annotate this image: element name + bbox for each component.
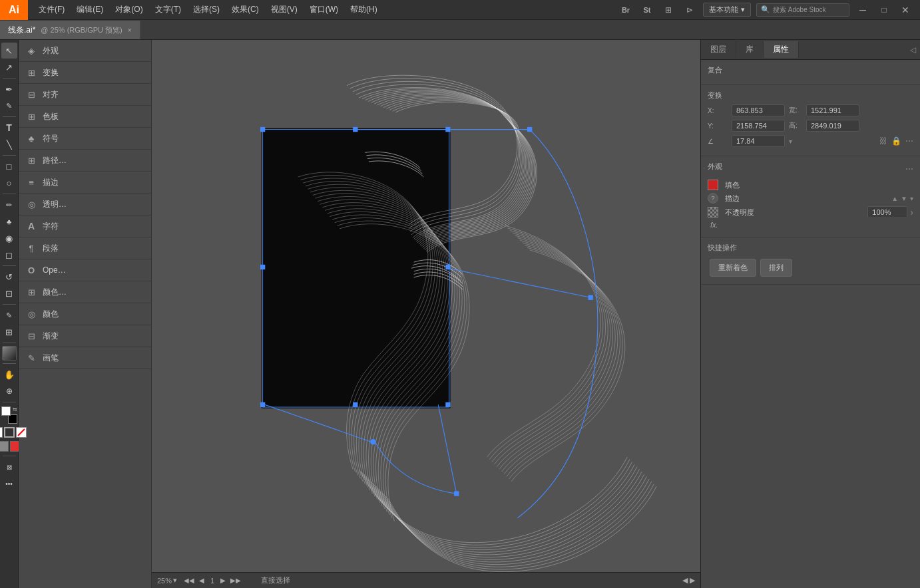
menu-select[interactable]: 选择(S) [188, 1, 225, 18]
bridge-icon[interactable]: Br [618, 2, 634, 18]
tab-properties[interactable]: 属性 [764, 41, 799, 58]
more-tools[interactable]: ••• [1, 476, 17, 492]
next-page-button[interactable]: ▶▶ [229, 577, 242, 584]
artboard-nav[interactable]: ◀ ▶ [682, 576, 695, 585]
character-panel-item[interactable]: A 字符 [19, 216, 151, 237]
menu-edit[interactable]: 编辑(E) [71, 1, 109, 18]
foreground-color-swatch[interactable] [1, 406, 11, 416]
h-value[interactable]: 2849.019 [806, 120, 859, 132]
menu-text[interactable]: 文字(T) [150, 1, 186, 18]
pencil-tool[interactable]: ✏ [1, 197, 17, 213]
menu-effect[interactable]: 效果(C) [226, 1, 264, 18]
background-color-swatch[interactable] [8, 414, 17, 424]
measure-tool[interactable]: ⊞ [1, 324, 17, 340]
rotate-tool[interactable]: ↺ [1, 269, 17, 285]
zoom-control[interactable]: 25% ▾ [157, 576, 177, 585]
opacity-more-icon[interactable]: › [910, 207, 913, 218]
hand-tool[interactable]: ✋ [1, 367, 17, 382]
gray-swatch[interactable] [0, 441, 9, 452]
fill-swatch[interactable] [708, 180, 718, 190]
transform-panel-item[interactable]: ⊞ 变换 [19, 62, 151, 84]
eraser-tool[interactable]: ◻ [1, 247, 17, 263]
fill-color-mini[interactable] [0, 427, 3, 438]
w-value[interactable]: 1521.991 [806, 104, 859, 116]
angle-value[interactable]: 17.84 [732, 135, 785, 147]
document-tab[interactable]: 线条.ai* @ 25% (RGB/GPU 预览) × [0, 21, 140, 39]
nav-right-icon[interactable]: ▶ [690, 576, 695, 585]
gradient-tool[interactable] [2, 346, 17, 361]
angle-chevron[interactable]: ▾ [789, 138, 792, 145]
prev-page-button[interactable]: ◀◀ [182, 577, 196, 584]
pathfinder-panel-item[interactable]: ⊞ 路径… [19, 150, 151, 172]
stroke-color-mini[interactable] [4, 427, 15, 438]
type-tool[interactable]: T [1, 120, 17, 136]
transparency-label: 透明… [43, 199, 67, 210]
opentype-panel-item[interactable]: O Ope… [19, 259, 151, 281]
select-tool[interactable]: ↖ [1, 43, 17, 59]
canvas-area[interactable]: 25% ▾ ◀◀ ◀ 1 ▶ ▶▶ 直接选择 ◀ ▶ [152, 40, 700, 588]
x-value[interactable]: 863.853 [732, 104, 785, 116]
transform-angle-row: ∠ 17.84 ▾ ⛓ 🔒 ⋯ [708, 135, 913, 147]
prev-button[interactable]: ◀ [198, 577, 206, 584]
line-tool[interactable]: ╲ [1, 136, 17, 152]
color-panel-item[interactable]: ◎ 颜色 [19, 303, 151, 325]
align-panel-item[interactable]: ⊟ 对齐 [19, 84, 151, 106]
recolor-button[interactable]: 重新着色 [710, 259, 756, 277]
character-label: 字符 [43, 221, 59, 232]
menu-object[interactable]: 对象(O) [110, 1, 148, 18]
close-window-icon[interactable]: ✕ [897, 2, 913, 18]
search-icon: 🔍 [761, 5, 770, 14]
arrange-button[interactable]: 排列 [760, 259, 792, 277]
rect-tool[interactable]: □ [1, 158, 17, 174]
stroke-up-icon[interactable]: ▲ [891, 195, 898, 202]
stroke-icon: ≡ [25, 176, 37, 188]
appearance-section: 外观 ⋯ 填色 ? 描边 ▲ ▼ ▾ [701, 156, 920, 237]
y-value[interactable]: 2158.754 [732, 120, 785, 132]
menu-file[interactable]: 文件(F) [33, 1, 70, 18]
workspace-selector[interactable]: 基本功能 ▾ [703, 3, 751, 17]
colorguide-panel-item[interactable]: ⊞ 颜色… [19, 281, 151, 303]
more-options-icon[interactable]: ⋯ [905, 136, 913, 146]
blob-tool[interactable]: ◉ [1, 230, 17, 246]
stroke-down-icon[interactable]: ▼ [901, 195, 907, 202]
symbols-panel-item[interactable]: ♣ 符号 [19, 128, 151, 150]
transform-xy-row: X: 863.853 宽: 1521.991 [708, 104, 913, 116]
tab-library[interactable]: 库 [736, 41, 764, 58]
menu-help[interactable]: 帮助(H) [345, 1, 383, 18]
paintbrush-tool[interactable]: ♣ [1, 214, 17, 229]
image-crop-tool[interactable]: ⊠ [1, 459, 17, 475]
eyedropper-tool[interactable]: ✎ [1, 307, 17, 323]
scale-tool[interactable]: ⊡ [1, 285, 17, 301]
ellipse-tool[interactable]: ○ [1, 175, 17, 191]
gradient-panel-item[interactable]: ⊟ 渐变 [19, 325, 151, 347]
paragraph-panel-item[interactable]: ¶ 段落 [19, 237, 151, 259]
zoom-tool[interactable]: ⊕ [1, 383, 17, 399]
restore-icon[interactable]: □ [876, 2, 892, 18]
stroke-dropdown-icon[interactable]: ▾ [910, 195, 913, 202]
stock-icon[interactable]: St [639, 2, 655, 18]
layout-icon[interactable]: ⊞ [660, 2, 676, 18]
next-button[interactable]: ▶ [219, 577, 227, 584]
stroke-panel-item[interactable]: ≡ 描边 [19, 172, 151, 194]
tab-close-button[interactable]: × [128, 27, 132, 34]
menu-view[interactable]: 视图(V) [266, 1, 303, 18]
add-anchor-tool[interactable]: ✎ [1, 98, 17, 114]
appearance-more-icon[interactable]: ⋯ [905, 164, 913, 174]
appearance-panel-item[interactable]: ◈ 外观 [19, 40, 151, 62]
pen-tool[interactable]: ✒ [1, 81, 17, 97]
nav-left-icon[interactable]: ◀ [682, 576, 688, 585]
search-box[interactable]: 🔍 搜索 Adobe Stock [756, 3, 849, 17]
direct-select-tool[interactable]: ↗ [1, 59, 17, 75]
brush-panel-item[interactable]: ✎ 画笔 [19, 347, 151, 369]
menu-window[interactable]: 窗口(W) [304, 1, 344, 18]
swatches-panel-item[interactable]: ⊞ 色板 [19, 106, 151, 128]
opacity-swatch[interactable] [708, 207, 718, 218]
share-icon[interactable]: ⊳ [682, 2, 698, 18]
transparency-panel-item[interactable]: ◎ 透明… [19, 194, 151, 216]
opacity-value[interactable]: 100% [867, 206, 907, 218]
swap-colors-icon[interactable]: ⇆ [13, 406, 17, 412]
none-swatch[interactable] [16, 427, 27, 438]
minimize-icon[interactable]: ─ [855, 2, 871, 18]
panel-collapse-icon[interactable]: ◁ [910, 45, 916, 55]
tab-layers[interactable]: 图层 [701, 41, 736, 58]
